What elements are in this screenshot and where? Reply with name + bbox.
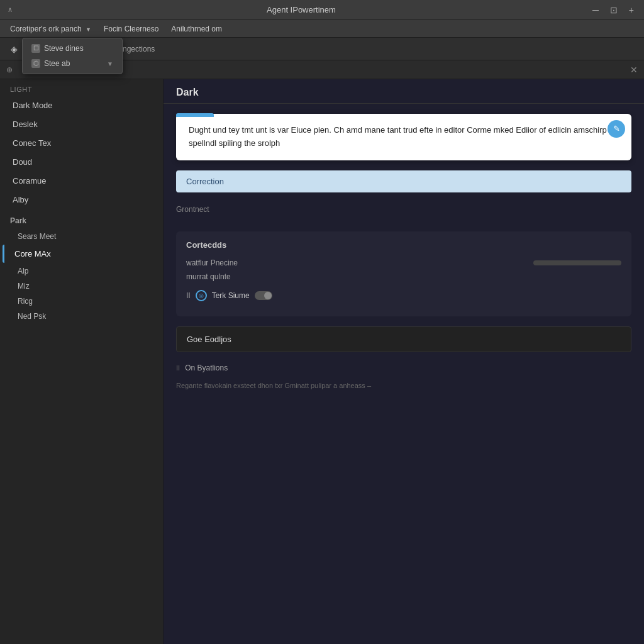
close-filter-button[interactable]: ✕ (630, 65, 638, 75)
footer-note: Regante flavokain exsteet dhon txr Gmina… (176, 381, 631, 391)
toggle-switch[interactable] (255, 291, 272, 300)
correction-label: Correction (186, 177, 224, 186)
sidebar-item-doud[interactable]: Doud (3, 153, 160, 171)
sidebar-item-coramue[interactable]: Coramue (3, 172, 160, 190)
big-action-button[interactable]: Goe Eodljos (176, 326, 631, 352)
sidebar-item-ricg[interactable]: Ricg (0, 294, 163, 309)
corrections-panel: Cortecdds watflur Pnecine murrat qulnte … (176, 231, 631, 316)
minimize-button[interactable]: ─ (590, 4, 601, 16)
stee-icon: ⬡ (31, 59, 40, 68)
correction-label-2: murrat qulnte (186, 272, 231, 281)
grammar-section: Grontnect (176, 197, 631, 221)
menu-item-focin[interactable]: Focin Cleerneso (99, 23, 164, 35)
correction-label-1: watflur Pnecine (186, 258, 238, 267)
sidebar-group-park[interactable]: Park (0, 213, 163, 229)
steve-icon: ☐ (31, 44, 40, 53)
window-title: Agent IPowertinem (13, 5, 590, 14)
sidebar-item-deslek[interactable]: Deslek (3, 115, 160, 133)
menu-item-aniluthrned[interactable]: Aniluthrned om (166, 23, 227, 35)
filter-icon: ⊕ (6, 65, 13, 74)
toggle-pause-icon: II (186, 291, 191, 300)
sidebar-item-conectex[interactable]: Conec Tex (3, 134, 160, 152)
sidebar-item-coremax[interactable]: Core MAx (3, 245, 160, 263)
sidebar-item-miz[interactable]: Miz (0, 279, 163, 294)
dropdown-arrow-icon: ▼ (86, 26, 91, 33)
content-area: Dark ✎ Dught und tey tmt unt is var Eiuc… (164, 79, 644, 644)
restore-button[interactable]: ⊡ (608, 4, 620, 16)
preview-text: Dught und tey tmt unt is var Eiuce pien.… (189, 124, 619, 150)
win-corner-left: ∧ (8, 6, 13, 14)
correction-row-2: murrat qulnte (186, 270, 621, 284)
close-button-win[interactable]: + (626, 4, 636, 16)
sidebar-item-searsmeet[interactable]: Sears Meet (0, 229, 163, 244)
operations-row: II On Byatlions (164, 357, 644, 379)
dropdown-item-steve[interactable]: ☐ Steve dines (23, 41, 122, 56)
grammar-label: Grontnect (176, 203, 631, 216)
corrections-title: Cortecdds (186, 240, 621, 250)
toolbar-icon1[interactable]: ◈ (5, 40, 23, 58)
menu-dropdown: ☐ Steve dines ⬡ Stee ab ▼ (22, 38, 123, 74)
correction-bar-1 (533, 260, 621, 265)
correction-bar: Correction (176, 170, 631, 192)
correction-row-1: watflur Pnecine (186, 256, 621, 270)
sidebar-item-alp[interactable]: Alp (0, 264, 163, 279)
title-bar: ∧ Agent IPowertinem ─ ⊡ + (0, 0, 644, 20)
dropdown-arrow-right-icon: ▼ (107, 60, 113, 67)
toggle-row: II ◎ Terk Siume (186, 284, 621, 308)
content-title: Dark (176, 87, 199, 97)
content-header: Dark (164, 79, 644, 104)
edit-icon: ✎ (613, 123, 620, 136)
menu-item-coretiper[interactable]: Coretiper's ork panch ▼ (5, 23, 96, 35)
sidebar-top-label: Light (0, 79, 163, 96)
sidebar-item-alby[interactable]: Alby (3, 191, 160, 209)
preview-card: ✎ Dught und tey tmt unt is var Eiuce pie… (176, 114, 631, 160)
sidebar-item-darkmode[interactable]: Dark Mode (3, 96, 160, 114)
toggle-label: Terk Siume (212, 291, 250, 300)
window-controls: ─ ⊡ + (590, 4, 636, 16)
operations-label: On Byatlions (185, 364, 228, 372)
toggle-check-icon: ◎ (196, 290, 207, 301)
menu-bar: Coretiper's ork panch ▼ Focin Cleerneso … (0, 20, 644, 38)
main-layout: Light Dark Mode Deslek Conec Tex Doud Co… (0, 79, 644, 644)
sidebar-item-nedpsk[interactable]: Ned Psk (0, 309, 163, 324)
operations-pause-icon: II (176, 364, 180, 372)
edit-button[interactable]: ✎ (608, 120, 625, 138)
preview-tab-indicator (176, 113, 214, 117)
sidebar: Light Dark Mode Deslek Conec Tex Doud Co… (0, 79, 164, 644)
dropdown-item-stee[interactable]: ⬡ Stee ab ▼ (23, 56, 122, 71)
